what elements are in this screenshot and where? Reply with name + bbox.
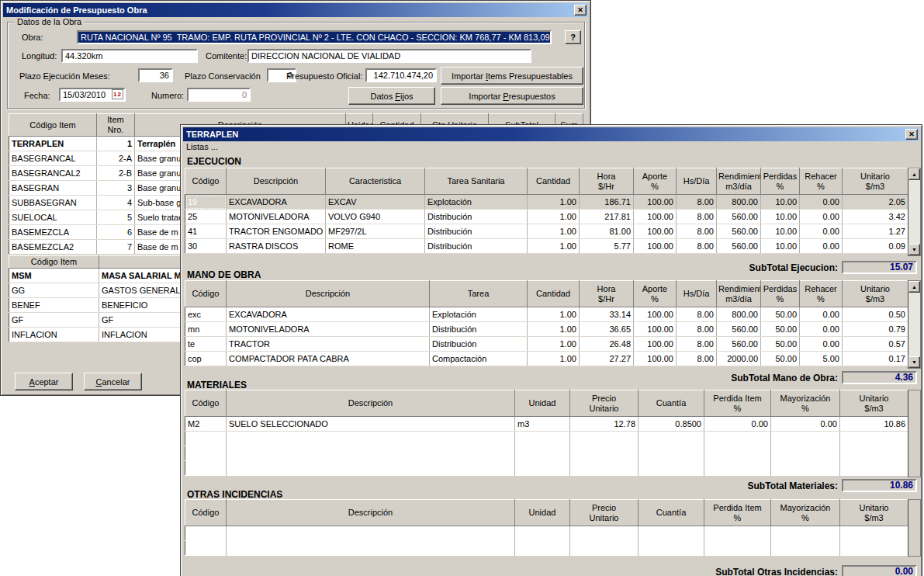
longitud-input[interactable]: 44.320km <box>61 49 198 63</box>
column-header[interactable]: Aporte % <box>634 281 677 307</box>
column-header[interactable]: Perdidas % <box>761 281 800 307</box>
table-row[interactable] <box>185 541 908 556</box>
column-header[interactable]: Código <box>185 168 227 195</box>
datos-fijos-button[interactable]: Datos Fijos <box>348 87 435 105</box>
column-header[interactable]: Cantidad <box>528 281 580 307</box>
column-header[interactable]: Rendimiento m3/día <box>717 168 761 195</box>
mano-de-obra-table-wrap: CódigoDescripciónTareaCantidadHora $/HrA… <box>185 280 921 369</box>
titlebar-terraplen[interactable]: TERRAPLEN ✕ <box>183 127 919 141</box>
column-header[interactable]: Unitario $/m3 <box>843 281 908 307</box>
table-row[interactable]: excEXCAVADORAExplotación1.0033.14100.008… <box>185 307 908 322</box>
column-header[interactable]: Código <box>185 390 227 417</box>
subtotal-materiales-label: SubTotal Materiales: <box>748 481 838 491</box>
plazo-ejecucion-input[interactable]: 36 <box>138 68 173 82</box>
table-row[interactable] <box>185 446 908 461</box>
materiales-header-row: CódigoDescripciónUnidadPrecio UnitarioCu… <box>185 390 908 417</box>
column-header[interactable]: Item Nro. <box>97 114 135 137</box>
column-header[interactable]: Código <box>185 500 227 526</box>
column-header[interactable]: Precio Unitario <box>570 500 638 526</box>
menu-listas[interactable]: Listas ... <box>186 142 218 151</box>
calendar-icon[interactable]: 12 <box>112 89 123 99</box>
column-header[interactable]: Unidad <box>515 500 570 526</box>
numero-input[interactable]: 0 <box>187 88 251 102</box>
mano-de-obra-header-row: CódigoDescripciónTareaCantidadHora $/HrA… <box>185 281 908 307</box>
table-row[interactable]: 19EXCAVADORAEXCAVExplotación1.00186.7110… <box>185 195 908 210</box>
presupuesto-label: Presupuesto Oficial: <box>286 71 362 81</box>
column-header[interactable]: Hora $/Hr <box>580 168 634 195</box>
subtotal-mano-de-obra-label: SubTotal Mano de Obra: <box>731 373 838 383</box>
table-row[interactable] <box>185 461 908 476</box>
otras-incidencias-table-wrap: CódigoDescripciónUnidadPrecio UnitarioCu… <box>185 499 921 557</box>
column-header[interactable]: Tarea <box>430 281 528 307</box>
table-row[interactable]: 41TRACTOR ENGOMADOMF297/2LDistribución1.… <box>185 224 908 239</box>
scrollbar-track[interactable] <box>908 293 920 356</box>
column-header[interactable]: Hs/Día <box>677 168 717 195</box>
column-header[interactable]: Unitario $/m3 <box>840 500 908 526</box>
column-header[interactable]: Descripción <box>227 390 515 417</box>
column-header[interactable]: Unidad <box>515 390 570 417</box>
importar-items-button[interactable]: Importar Items Presupuestables <box>441 67 583 85</box>
materiales-table-wrap: CódigoDescripciónUnidadPrecio UnitarioCu… <box>185 390 921 477</box>
table-row[interactable]: M2SUELO SELECCIONADOm312.780.85000.000.0… <box>185 417 908 432</box>
subtotal-materiales-value: 10.86 <box>842 479 917 492</box>
scroll-down-icon[interactable]: ▼ <box>908 244 920 255</box>
column-header[interactable]: Unitario $/m3 <box>840 390 908 417</box>
subtotal-materiales: SubTotal Materiales: 10.86 <box>748 479 917 492</box>
column-header[interactable]: Rehacer % <box>800 168 843 195</box>
close-icon[interactable]: ✕ <box>905 129 918 140</box>
table-row[interactable]: copCOMPACTADOR PATA CABRACompactación1.0… <box>185 352 908 366</box>
subtotal-otras-incidencias: SubTotal Otras Incidencias: 0.00 <box>715 565 917 576</box>
vertical-scrollbar[interactable]: ▲ ▼ <box>908 168 921 256</box>
scroll-down-icon[interactable]: ▼ <box>908 356 920 368</box>
table-row[interactable]: 25MOTONIVELADORAVOLVO G940Distribución1.… <box>185 210 908 224</box>
column-header[interactable]: Código <box>185 281 227 307</box>
scroll-up-icon[interactable]: ▲ <box>908 168 920 180</box>
column-header[interactable]: Mayorización % <box>771 390 840 417</box>
column-header[interactable]: Unitario $/m3 <box>843 168 908 195</box>
titlebar-modificacion[interactable]: Modificación de Presupuesto Obra ✕ <box>3 3 588 17</box>
table-row[interactable]: teTRACTORDistribución1.0026.48100.008.00… <box>185 337 908 352</box>
column-header[interactable]: Descripción <box>227 168 326 195</box>
column-header[interactable]: Perdida Item % <box>704 500 771 526</box>
column-header[interactable]: Mayorización % <box>771 500 840 526</box>
numero-label: Numero: <box>151 91 184 100</box>
importar-presupuestos-button[interactable]: Importar Presupuestos <box>441 87 583 105</box>
column-header[interactable]: Código Item <box>9 256 99 269</box>
table-row[interactable] <box>185 526 908 541</box>
scroll-up-icon[interactable]: ▲ <box>908 281 920 293</box>
cancelar-button[interactable]: Cancelar <box>84 373 142 390</box>
vertical-scrollbar[interactable]: ▲ ▼ <box>908 280 921 369</box>
column-header[interactable]: Cuantía <box>638 500 704 526</box>
ejecucion-header-row: CódigoDescripciónCaracteristicaTarea San… <box>185 168 908 195</box>
column-header[interactable]: Perdidas % <box>761 168 800 195</box>
column-header[interactable]: Descripción <box>227 281 430 307</box>
column-header[interactable]: Rehacer % <box>800 281 843 307</box>
aceptar-button[interactable]: Aceptar <box>15 373 73 390</box>
column-header[interactable]: Cantidad <box>528 168 580 195</box>
close-icon[interactable]: ✕ <box>574 5 587 16</box>
column-header[interactable]: Tarea Sanitaria <box>425 168 528 195</box>
vertical-scrollbar[interactable] <box>908 499 921 557</box>
vertical-scrollbar[interactable] <box>908 390 921 477</box>
column-header[interactable]: Aporte % <box>634 168 677 195</box>
window-title: Modificación de Presupuesto Obra <box>6 5 574 15</box>
column-header[interactable]: Hs/Día <box>677 281 717 307</box>
column-header[interactable]: Caracteristica <box>326 168 425 195</box>
obra-input[interactable]: RUTA NACIONAL Nº 95 TRAMO: EMP. RUTA PRO… <box>77 30 552 44</box>
column-header[interactable]: Perdida Item % <box>704 390 771 417</box>
comitente-input[interactable]: DIRECCION NACIONAL DE VIALIDAD <box>247 49 531 63</box>
section-label-otras-incidencias: OTRAS INCIDENCIAS <box>187 489 282 500</box>
table-row[interactable] <box>185 432 908 446</box>
help-button[interactable]: ? <box>565 30 581 44</box>
table-row[interactable]: 30RASTRA DISCOSROMEDistribución1.005.771… <box>185 239 908 254</box>
column-header[interactable]: Cuantía <box>638 390 704 417</box>
column-header[interactable]: Hora $/Hr <box>580 281 634 307</box>
column-header[interactable]: Rendimiento m3/día <box>717 281 761 307</box>
scrollbar-track[interactable] <box>908 180 920 244</box>
table-row[interactable]: mnMOTONIVELADORADistribución1.0036.65100… <box>185 322 908 337</box>
presupuesto-input[interactable]: 142.710.474,20 <box>365 68 437 82</box>
menubar: Listas ... <box>186 142 218 154</box>
column-header[interactable]: Código Item <box>9 114 97 137</box>
column-header[interactable]: Precio Unitario <box>570 390 638 417</box>
column-header[interactable]: Descripción <box>227 500 515 526</box>
